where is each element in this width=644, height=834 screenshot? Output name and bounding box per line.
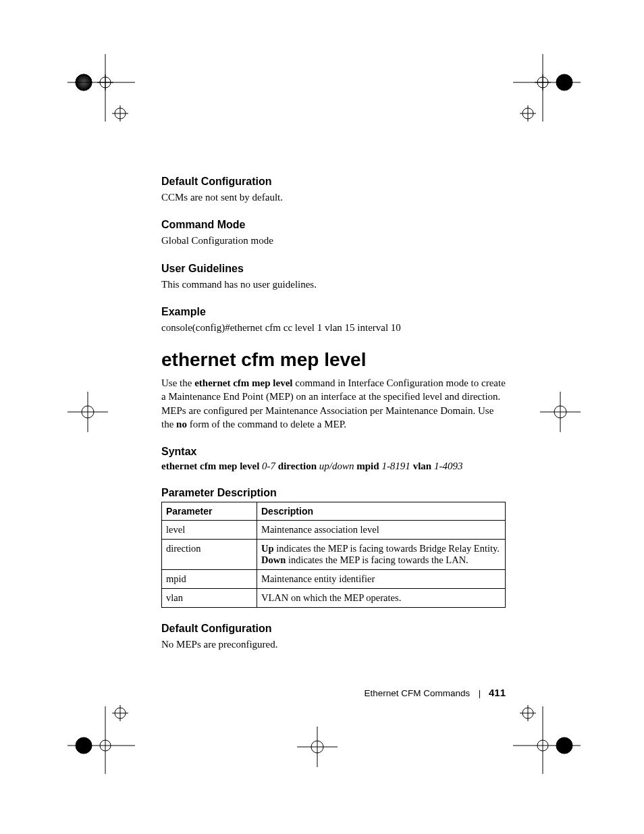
crop-mark-icon <box>68 392 108 432</box>
footer-chapter: Ethernet CFM Commands <box>364 688 470 698</box>
cell-parameter: level <box>162 521 257 540</box>
col-parameter: Parameter <box>162 502 257 521</box>
cell-description: Maintenance association level <box>257 521 506 540</box>
crop-mark-icon <box>68 700 135 781</box>
heading-command-mode: Command Mode <box>161 219 506 231</box>
cell-parameter: direction <box>162 540 257 570</box>
svg-point-31 <box>76 737 92 754</box>
cell-description: Up indicates the MEP is facing towards B… <box>257 540 506 570</box>
crop-mark-icon <box>68 54 135 122</box>
footer-page-number: 411 <box>489 687 506 698</box>
page-footer: Ethernet CFM Commands 411 <box>161 687 506 699</box>
cell-parameter: vlan <box>162 589 257 608</box>
text-command-mode: Global Configuration mode <box>161 234 506 247</box>
crop-mark-icon <box>513 700 581 781</box>
heading-parameter-description: Parameter Description <box>161 487 506 499</box>
crop-mark-icon <box>540 392 581 432</box>
svg-point-38 <box>556 737 572 754</box>
text-syntax: ethernet cfm mep level 0-7 direction up/… <box>161 461 506 472</box>
heading-example: Example <box>161 306 506 318</box>
col-description: Description <box>257 502 506 521</box>
crop-mark-icon <box>297 727 338 767</box>
text-example: console(config)#ethernet cfm cc level 1 … <box>161 321 506 334</box>
footer-separator <box>479 690 480 698</box>
heading-syntax: Syntax <box>161 446 506 458</box>
text-user-guidelines: This command has no user guidelines. <box>161 278 506 291</box>
cell-description: VLAN on which the MEP operates. <box>257 589 506 608</box>
table-row: mpid Maintenance entity identifier <box>162 570 506 589</box>
command-title: ethernet cfm mep level <box>161 349 506 371</box>
text-command-intro: Use the ethernet cfm mep level command i… <box>161 376 506 431</box>
text-default-configuration: CCMs are not sent by default. <box>161 190 506 204</box>
cell-description: Maintenance entity identifier <box>257 570 506 589</box>
heading-default-configuration-2: Default Configuration <box>161 623 506 635</box>
cell-parameter: mpid <box>162 570 257 589</box>
page-content: Default Configuration CCMs are not sent … <box>161 176 506 666</box>
table-row: vlan VLAN on which the MEP operates. <box>162 589 506 608</box>
crop-mark-icon <box>513 54 581 122</box>
parameter-table: Parameter Description level Maintenance … <box>161 502 506 608</box>
table-row: level Maintenance association level <box>162 521 506 540</box>
heading-default-configuration: Default Configuration <box>161 176 506 188</box>
table-header-row: Parameter Description <box>162 502 506 521</box>
text-default-configuration-2: No MEPs are preconfigured. <box>161 637 506 651</box>
table-row: direction Up indicates the MEP is facing… <box>162 540 506 570</box>
heading-user-guidelines: User Guidelines <box>161 263 506 275</box>
